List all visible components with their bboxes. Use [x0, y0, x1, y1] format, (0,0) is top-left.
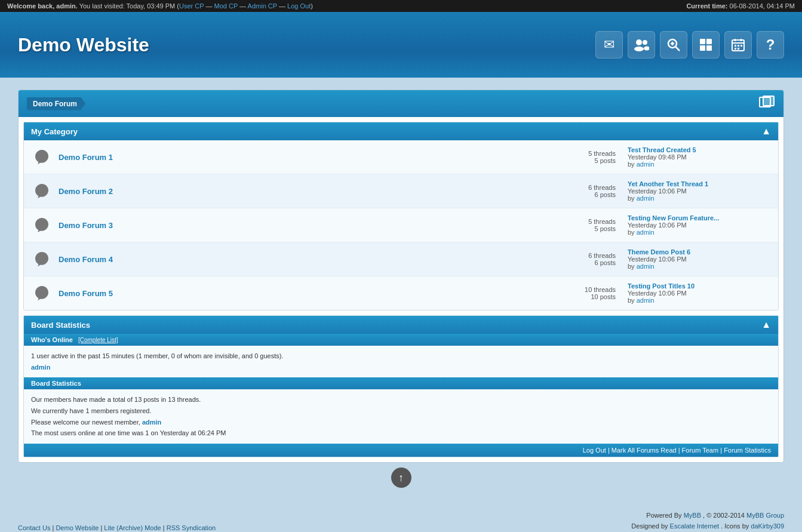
rss-link[interactable]: RSS Syndication	[167, 524, 216, 531]
stats-up-arrow[interactable]: ▲	[761, 319, 771, 330]
last-post-by-4: by admin	[628, 297, 771, 304]
last-post-time-2: Yesterday 10:06 PM	[628, 222, 771, 229]
svg-rect-9	[706, 39, 712, 44]
last-post-time-1: Yesterday 10:06 PM	[628, 187, 771, 195]
svg-rect-11	[706, 45, 712, 51]
breadcrumb-icon	[758, 95, 775, 112]
last-post-by-0: by admin	[628, 161, 771, 168]
forum-row: Demo Forum 1 5 threads5 posts Test Threa…	[24, 140, 778, 174]
category-title: My Category	[31, 127, 78, 136]
log-out-link[interactable]: Log Out	[287, 2, 311, 10]
members-icon[interactable]	[628, 31, 655, 59]
calendar-icon[interactable]	[724, 31, 752, 59]
forum-name-2[interactable]: Demo Forum 3	[59, 221, 556, 230]
forum-last-post-0: Test Thread Created 5 Yesterday 09:48 PM…	[628, 146, 771, 168]
search-icon[interactable]	[660, 31, 687, 59]
last-thread-title-3[interactable]: Theme Demo Post 6	[628, 248, 771, 256]
escalate-link[interactable]: Escalate Internet	[670, 522, 720, 530]
svg-line-5	[676, 47, 680, 51]
last-post-author-4[interactable]: admin	[637, 297, 654, 304]
forum-icon-1	[31, 180, 53, 202]
messages-icon[interactable]: ✉	[595, 31, 623, 59]
breadcrumb: Demo Forum	[19, 90, 783, 117]
footer-left: Contact Us | Demo Website | Lite (Archiv…	[18, 524, 216, 531]
svg-rect-22	[763, 96, 774, 106]
forum-name-3[interactable]: Demo Forum 4	[59, 255, 556, 264]
breadcrumb-label: Demo Forum	[27, 97, 85, 110]
mybb-group-link[interactable]: MyBB Group	[746, 512, 784, 519]
logout-bottom-link[interactable]: Log Out	[583, 447, 606, 454]
mark-all-link[interactable]: Mark All Forums Read	[612, 447, 677, 454]
online-user-link[interactable]: admin	[31, 364, 50, 371]
forum-name-1[interactable]: Demo Forum 2	[59, 187, 556, 196]
stats-line1: Our members have made a total of 13 post…	[31, 394, 771, 405]
scroll-top-button[interactable]: ↑	[391, 468, 411, 488]
last-post-by-1: by admin	[628, 195, 771, 202]
forum-row: Demo Forum 2 6 threads6 posts Yet Anothe…	[24, 174, 778, 208]
topbar-welcome: Welcome back, admin. You last visited: T…	[7, 2, 313, 10]
last-post-by-3: by admin	[628, 263, 771, 270]
mod-cp-link[interactable]: Mod CP	[214, 2, 238, 10]
svg-rect-8	[700, 39, 705, 44]
help-icon[interactable]: ?	[757, 31, 784, 59]
last-thread-title-2[interactable]: Testing New Forum Feature...	[628, 214, 771, 222]
complete-list-link[interactable]: [Complete List]	[78, 337, 118, 343]
footer-right: Powered By MyBB , © 2002-2014 MyBB Group…	[631, 511, 784, 531]
footer: Contact Us | Demo Website | Lite (Archiv…	[0, 505, 802, 532]
stats-line4: The most users online at one time was 1 …	[31, 428, 771, 439]
contact-us-link[interactable]: Contact Us	[18, 524, 50, 531]
forum-statistics-link[interactable]: Forum Statistics	[724, 447, 771, 454]
forum-name-0[interactable]: Demo Forum 1	[59, 153, 556, 162]
last-post-by-2: by admin	[628, 229, 771, 236]
mybb-link[interactable]: MyBB	[684, 512, 701, 519]
last-post-time-4: Yesterday 10:06 PM	[628, 290, 771, 297]
last-post-author-1[interactable]: admin	[637, 195, 654, 202]
forum-stats-3: 6 threads6 posts	[556, 252, 616, 266]
forum-row: Demo Forum 3 5 threads5 posts Testing Ne…	[24, 208, 778, 242]
category-up-arrow[interactable]: ▲	[761, 126, 771, 137]
forum-icon-2	[31, 214, 53, 236]
header-icons: ✉	[595, 31, 784, 59]
online-content: 1 user active in the past 15 minutes (1 …	[24, 346, 778, 377]
svg-rect-20	[738, 48, 739, 50]
forum-team-link[interactable]: Forum Team	[682, 447, 719, 454]
user-cp-link[interactable]: User CP	[179, 2, 204, 10]
forum-stats-1: 6 threads6 posts	[556, 184, 616, 198]
current-time: Current time: 06-08-2014, 04:14 PM	[686, 2, 795, 10]
last-thread-title-0[interactable]: Test Thread Created 5	[628, 146, 771, 153]
stats-line3: Please welcome our newest member, admin	[31, 417, 771, 428]
topbar: Welcome back, admin. You last visited: T…	[0, 0, 802, 12]
forum-last-post-1: Yet Another Test Thread 1 Yesterday 10:0…	[628, 180, 771, 202]
svg-point-2	[643, 40, 647, 45]
whos-online-header: Who's Online [Complete List]	[24, 334, 778, 346]
stats-header: Board Statistics ▲	[24, 316, 778, 334]
newest-member-link[interactable]: admin	[142, 419, 161, 426]
site-title: Demo Website	[18, 34, 149, 56]
last-thread-title-1[interactable]: Yet Another Test Thread 1	[628, 180, 771, 187]
lite-mode-link[interactable]: Lite (Archive) Mode	[104, 524, 161, 531]
forum-container: Demo Forum My Category ▲ Demo Forum	[18, 90, 784, 463]
forum-last-post-2: Testing New Forum Feature... Yesterday 1…	[628, 214, 771, 236]
forum-name-4[interactable]: Demo Forum 5	[59, 289, 556, 298]
forum-rows: Demo Forum 1 5 threads5 posts Test Threa…	[24, 140, 778, 310]
footer-site-link[interactable]: Demo Website	[56, 524, 99, 531]
dakirby-link[interactable]: daKirby309	[751, 522, 784, 530]
scroll-top: ↑	[18, 463, 784, 493]
last-post-author-0[interactable]: admin	[637, 161, 654, 168]
admin-cp-link[interactable]: Admin CP	[248, 2, 277, 10]
category-header: My Category ▲	[24, 122, 778, 140]
last-post-author-2[interactable]: admin	[637, 229, 654, 236]
svg-rect-16	[735, 45, 736, 47]
svg-rect-17	[738, 45, 739, 47]
forum-last-post-3: Theme Demo Post 6 Yesterday 10:06 PM by …	[628, 248, 771, 270]
last-post-time-0: Yesterday 09:48 PM	[628, 153, 771, 161]
online-text: 1 user active in the past 15 minutes (1 …	[31, 350, 771, 362]
forum-row: Demo Forum 5 10 threads10 posts Testing …	[24, 276, 778, 310]
portal-icon[interactable]	[692, 31, 720, 59]
stats-title: Board Statistics	[31, 321, 90, 330]
footer-powered: Powered By MyBB , © 2002-2014 MyBB Group	[631, 511, 784, 521]
last-post-author-3[interactable]: admin	[637, 263, 654, 270]
bottom-links-bar: Log Out | Mark All Forums Read | Forum T…	[24, 444, 778, 457]
last-thread-title-4[interactable]: Testing Post Titles 10	[628, 282, 771, 290]
board-stats-header: Board Statistics	[24, 377, 778, 389]
